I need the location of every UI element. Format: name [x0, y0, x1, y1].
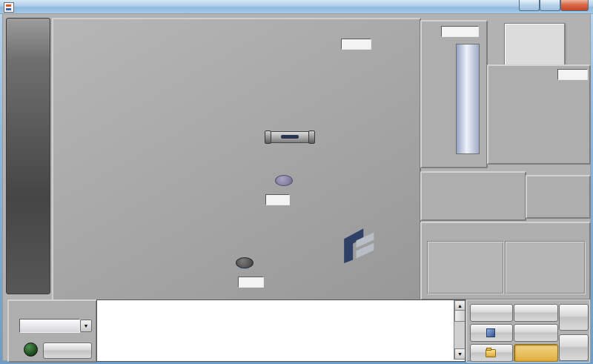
com-message-box — [427, 241, 504, 294]
pump-icon — [236, 257, 254, 268]
datetime-display — [504, 23, 565, 65]
open-mixing-button[interactable] — [470, 344, 513, 362]
titlebar — [0, 0, 593, 14]
close-button[interactable] — [560, 0, 589, 11]
humidity-sensor-icon — [275, 175, 293, 186]
visa-resource-combo[interactable] — [19, 319, 80, 333]
scroll-down-arrow[interactable]: ▼ — [454, 348, 466, 360]
close-humidity-button[interactable] — [514, 344, 558, 362]
open-trend-button[interactable] — [514, 324, 558, 342]
humidity-gauge-value — [557, 69, 588, 80]
button-panel — [466, 300, 590, 363]
humidity-display — [265, 194, 290, 205]
program-table: ▲ ▼ — [96, 300, 466, 362]
start-program-button[interactable] — [43, 343, 92, 359]
exit-button[interactable] — [559, 334, 589, 361]
pause-button[interactable] — [559, 304, 589, 331]
minimize-button[interactable] — [519, 0, 540, 11]
visa-panel: ▼ — [7, 300, 97, 363]
comm-led-indicator — [24, 343, 38, 357]
folder-icon — [486, 349, 496, 357]
combo-dropdown-button[interactable]: ▼ — [80, 320, 92, 332]
flow18-panel — [420, 171, 526, 221]
status-panel — [420, 222, 591, 300]
labview-vi-icon — [4, 2, 14, 13]
save-icon — [486, 328, 495, 337]
flowmethod-logo-icon — [339, 227, 382, 264]
concentration-tank — [456, 44, 480, 154]
concentration-bar-panel — [420, 20, 488, 168]
window-controls — [519, 0, 589, 11]
humidifier-window — [281, 135, 299, 139]
timing-box — [505, 241, 586, 294]
start-mixing-button[interactable] — [470, 304, 513, 322]
save-mixing-button[interactable] — [470, 324, 513, 342]
bar-scale — [423, 44, 454, 155]
schematic-canvas — [52, 18, 421, 302]
concentration-bar-value — [441, 26, 479, 37]
table-scrollbar[interactable]: ▲ ▼ — [454, 300, 465, 360]
open-primary-mixing-button[interactable] — [514, 304, 558, 322]
element11-input[interactable] — [341, 39, 371, 50]
concentration-display — [238, 277, 264, 288]
humidity-gauge-panel — [487, 64, 591, 165]
sidebar-title-panel — [6, 18, 50, 294]
scroll-thumb[interactable] — [454, 310, 466, 322]
maximize-button[interactable] — [540, 0, 560, 11]
humidifier-device — [267, 131, 313, 143]
flow910-panel — [526, 175, 591, 219]
